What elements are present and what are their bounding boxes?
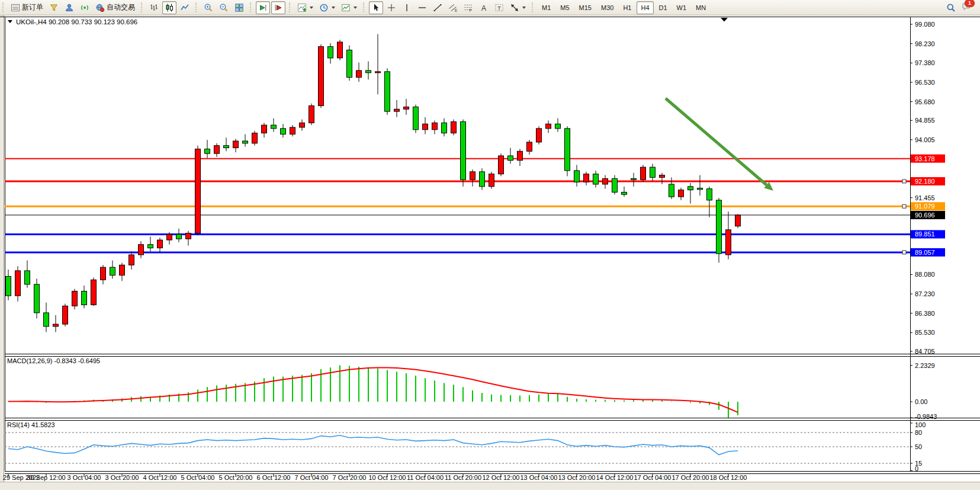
channel-icon: E	[448, 3, 458, 12]
svg-text:7 Oct 20:00: 7 Oct 20:00	[333, 474, 367, 481]
svg-text:94.855: 94.855	[915, 117, 935, 124]
svg-text:100: 100	[915, 421, 926, 428]
zoom-in-icon	[204, 3, 213, 12]
svg-text:89.851: 89.851	[915, 230, 935, 238]
zoom-in-button[interactable]	[201, 1, 216, 14]
trendline-button[interactable]	[430, 1, 445, 14]
tf-h1-button[interactable]: H1	[619, 1, 635, 14]
text-button[interactable]: A	[477, 1, 491, 14]
equidistant-channel-button[interactable]: E	[446, 1, 460, 14]
tf-w1-button[interactable]: W1	[673, 1, 691, 14]
tf-h4-button[interactable]: H4	[637, 1, 653, 14]
tile-windows-icon	[234, 3, 244, 12]
new-order-button-label: 新订单	[22, 2, 43, 12]
chart-title: UKOil-,H4 90.208 90.733 90.123 90.696	[8, 18, 137, 25]
depth-button[interactable]	[47, 1, 61, 14]
arrows-button[interactable]	[507, 1, 528, 14]
chart-type-group	[140, 1, 194, 14]
vline-icon	[402, 3, 412, 12]
templates-button[interactable]	[339, 1, 359, 14]
template-icon	[341, 3, 351, 12]
tf-m5-button[interactable]: M5	[556, 1, 573, 14]
zoom-out-icon	[219, 3, 229, 12]
svg-text:T: T	[497, 5, 501, 11]
time-scale[interactable]: 29 Sep 202230 Sep 12:003 Oct 04:003 Oct …	[3, 474, 747, 482]
insert-group	[288, 1, 361, 14]
svg-text:A: A	[481, 4, 486, 12]
chart-bars-icon	[149, 3, 159, 12]
svg-text:50: 50	[915, 443, 922, 450]
svg-text:11 Oct 04:00: 11 Oct 04:00	[407, 474, 444, 481]
horizontal-line-button[interactable]	[415, 1, 429, 14]
svg-text:99.080: 99.080	[915, 21, 935, 28]
tf-mn-button[interactable]: MN	[692, 1, 710, 14]
drawing-group: EFAT	[362, 1, 530, 14]
tf-h4-button-label: H4	[641, 4, 649, 11]
search-icon	[946, 3, 956, 12]
trade-group: 新订单自动交易	[1, 1, 139, 14]
chat-button[interactable]: 1	[959, 1, 973, 14]
svg-text:91.079: 91.079	[915, 203, 935, 210]
bottom-strip	[0, 482, 980, 490]
indicators-button[interactable]	[295, 1, 316, 14]
auto-scroll-button[interactable]	[256, 1, 270, 14]
vertical-line-button[interactable]	[400, 1, 414, 14]
svg-text:3 Oct 20:00: 3 Oct 20:00	[105, 474, 139, 481]
rsi-label: RSI(14) 41.5823	[7, 421, 55, 428]
crosshair-icon	[387, 3, 396, 12]
tf-m15-button[interactable]: M15	[575, 1, 596, 14]
text-label-button[interactable]: T	[492, 1, 506, 14]
auto-trading-button[interactable]: 自动交易	[93, 1, 137, 14]
svg-text:13 Oct 04:00: 13 Oct 04:00	[520, 474, 558, 481]
tf-h1-button-label: H1	[623, 4, 631, 11]
chart-area[interactable]: UKOil-,H4 90.208 90.733 90.123 90.69699.…	[0, 0, 980, 490]
periods-button[interactable]	[317, 1, 338, 14]
zoom-group	[194, 1, 248, 14]
line-handle[interactable]	[902, 180, 906, 183]
trendline-icon	[433, 3, 442, 12]
tf-m1-button-label: M1	[542, 4, 551, 11]
chevron-down-icon	[522, 7, 526, 9]
fibonacci-button[interactable]: F	[461, 1, 475, 14]
svg-text:85.530: 85.530	[915, 329, 935, 336]
line-handle[interactable]	[902, 204, 906, 208]
new-order-icon	[11, 3, 20, 12]
line-chart-button[interactable]	[178, 1, 192, 14]
cursor-button[interactable]	[369, 1, 383, 14]
svg-text:87.230: 87.230	[915, 290, 935, 297]
search-button[interactable]	[944, 1, 958, 14]
svg-text:17 Oct 04:00: 17 Oct 04:00	[634, 474, 671, 481]
toolbar-right: 1	[943, 1, 979, 14]
zoom-out-button[interactable]	[217, 1, 231, 14]
chevron-down-icon	[332, 7, 335, 9]
tf-d1-button[interactable]: D1	[655, 1, 671, 14]
svg-text:92.180: 92.180	[915, 178, 935, 185]
text-label-icon: T	[494, 3, 504, 12]
community-button[interactable]	[62, 1, 76, 14]
new-order-button[interactable]: 新订单	[8, 1, 46, 14]
tf-m1-button[interactable]: M1	[538, 1, 555, 14]
svg-text:10 Oct 12:00: 10 Oct 12:00	[369, 474, 406, 481]
indicators-icon	[297, 3, 307, 12]
tile-windows-button[interactable]	[232, 1, 246, 14]
chart-shift-button[interactable]	[271, 1, 285, 14]
candlestick-chart-button[interactable]	[162, 1, 176, 14]
svg-text:17 Oct 20:00: 17 Oct 20:00	[672, 474, 709, 481]
cursor-icon	[371, 3, 381, 12]
hline-icon	[417, 3, 427, 12]
tf-m30-button[interactable]: M30	[597, 1, 618, 14]
svg-text:95.680: 95.680	[915, 98, 935, 105]
svg-text:5 Oct 20:00: 5 Oct 20:00	[219, 474, 253, 481]
svg-text:84.705: 84.705	[915, 348, 935, 355]
crosshair-button[interactable]	[384, 1, 399, 14]
chevron-down-icon	[354, 7, 357, 9]
line-handle[interactable]	[902, 251, 906, 254]
news-button[interactable]	[78, 1, 92, 14]
bar-chart-button[interactable]	[147, 1, 161, 14]
toolbar: 新订单自动交易EFATM1M5M15M30H1H4D1W1MN1	[0, 0, 980, 15]
svg-text:94.005: 94.005	[915, 136, 935, 143]
svg-text:-0.9843: -0.9843	[915, 413, 937, 420]
svg-text:88.080: 88.080	[915, 271, 935, 278]
svg-text:7 Oct 04:00: 7 Oct 04:00	[295, 474, 329, 481]
svg-text:0: 0	[915, 465, 918, 472]
